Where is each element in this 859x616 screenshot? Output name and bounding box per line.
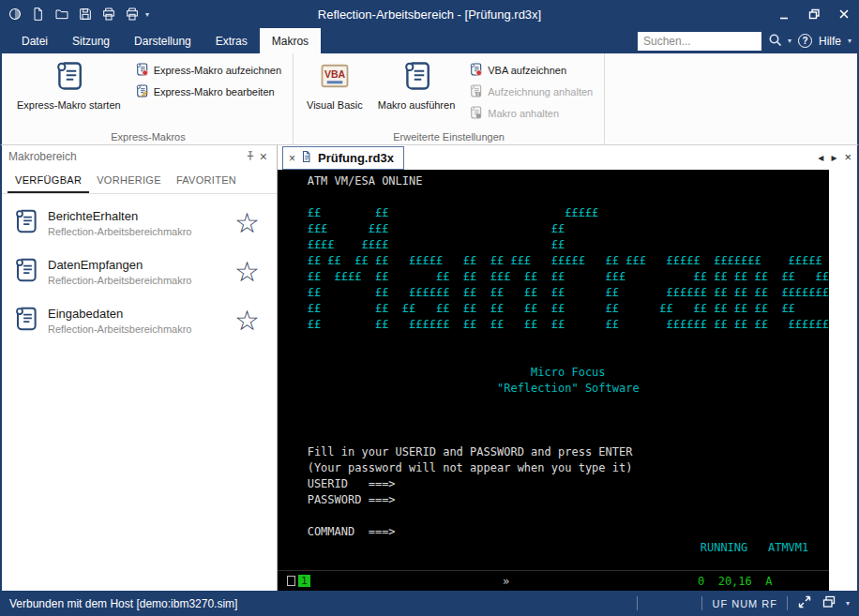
ribbon-tab-bar: Datei Sitzung Darstellung Extras Makros … bbox=[0, 28, 859, 53]
aufzeichnung-anhalten-button: Aufzeichnung anhalten bbox=[462, 81, 598, 102]
favorite-star-icon[interactable]: ☆ bbox=[234, 307, 267, 335]
minimize-button[interactable] bbox=[769, 0, 799, 28]
tab-sitzung[interactable]: Sitzung bbox=[60, 28, 122, 53]
favorite-star-icon[interactable]: ☆ bbox=[234, 209, 267, 237]
terminal-line bbox=[287, 189, 829, 205]
oia-session-block: 1 bbox=[298, 575, 310, 587]
terminal-oia: 1 » 0 20,16 A bbox=[278, 570, 829, 591]
reflection-workspace-window: ▾ Reflection-Arbeitsbereich - [Prüfung.r… bbox=[0, 0, 859, 616]
close-button[interactable] bbox=[829, 0, 859, 28]
record-vba-icon bbox=[468, 62, 483, 79]
macro-scroll-icon bbox=[11, 256, 39, 288]
oia-separator: » bbox=[503, 574, 509, 590]
quick-print-button[interactable] bbox=[125, 7, 140, 22]
svg-text:VBA: VBA bbox=[324, 68, 346, 80]
tab-extras[interactable]: Extras bbox=[203, 28, 260, 53]
macro-list-item[interactable]: BerichteErhalten Reflection-Arbeitsberei… bbox=[11, 207, 267, 239]
terminal-line: ££ ££ £££££ bbox=[287, 205, 829, 221]
vba-aufzeichnen-button[interactable]: VBA aufzeichnen bbox=[462, 59, 598, 81]
search-icon[interactable] bbox=[768, 33, 781, 50]
panel-close-icon[interactable]: × bbox=[257, 150, 270, 163]
help-dropdown-icon[interactable]: ▾ bbox=[848, 37, 851, 45]
statusbar-divider bbox=[701, 596, 702, 610]
terminal-line bbox=[287, 413, 829, 428]
vba-icon: VBA bbox=[318, 59, 352, 95]
session-tab[interactable]: × Prüfung.rd3x bbox=[282, 146, 404, 170]
statusbar-divider bbox=[637, 596, 638, 610]
macro-list-item[interactable]: Eingabedaten Reflection-Arbeitsbereichma… bbox=[11, 305, 267, 337]
tab-makros[interactable]: Makros bbox=[260, 28, 321, 53]
search-dropdown-icon[interactable]: ▾ bbox=[788, 37, 791, 45]
oia-cursor-position: 0 20,16 A bbox=[698, 574, 772, 590]
session-tabstrip: × Prüfung.rd3x ◂ ▸ × bbox=[278, 145, 857, 170]
ribbon-group-erweiterte-einstellungen: VBA Visual Basic Makro ausführen VBA auf… bbox=[294, 53, 605, 144]
terminal-line: COMMAND ===> bbox=[287, 524, 829, 540]
status-bar: Verbunden mit dem Host [demo:ibm3270.sim… bbox=[0, 591, 859, 616]
print-button[interactable] bbox=[101, 7, 116, 22]
terminal-right-gutter bbox=[829, 170, 857, 591]
terminal-line: RUNNING ATMVM1 bbox=[287, 540, 829, 556]
oia-system-indicator bbox=[287, 576, 295, 586]
tab-favoriten[interactable]: FAVORITEN bbox=[169, 168, 244, 193]
statusbar-divider bbox=[787, 596, 788, 610]
terminal-screen[interactable]: ATM VM/ESA ONLINE ££ ££ £££££ £££ £££ ££… bbox=[278, 170, 829, 591]
new-document-button[interactable] bbox=[31, 7, 46, 22]
terminal-line: "Reflection" Software bbox=[287, 381, 829, 397]
terminal-line bbox=[287, 428, 829, 444]
help-button[interactable]: Hilfe bbox=[819, 35, 841, 48]
visual-basic-button[interactable]: VBA Visual Basic bbox=[299, 55, 370, 123]
terminal-line bbox=[287, 508, 829, 524]
toolbar-dropdown-icon[interactable]: ▾ bbox=[145, 10, 149, 19]
fullscreen-icon[interactable] bbox=[797, 594, 812, 612]
makro-anhalten-button: Makro anhalten bbox=[462, 102, 598, 124]
tab-datei[interactable]: Datei bbox=[9, 28, 60, 53]
terminal-line: ATM VM/ESA ONLINE bbox=[287, 173, 829, 189]
run-macro-icon bbox=[399, 59, 433, 95]
document-icon bbox=[300, 150, 313, 166]
terminal-line: USERID ===> bbox=[287, 476, 829, 492]
save-button[interactable] bbox=[78, 7, 93, 22]
express-makro-aufzeichnen-button[interactable]: Express-Makro aufzeichnen bbox=[128, 59, 287, 81]
terminal-line: ££ ££ ££ ££ £££££ ££ ££ £££ £££££ ££ £££… bbox=[287, 253, 829, 269]
favorite-star-icon[interactable]: ☆ bbox=[234, 258, 267, 286]
ribbon: Express-Makro starten Express-Makro aufz… bbox=[0, 53, 859, 145]
close-session-icon[interactable]: × bbox=[844, 150, 851, 164]
keyboard-indicators: UF NUM RF bbox=[712, 598, 777, 609]
terminal-line: £££ £££ ££ bbox=[287, 221, 829, 237]
pin-icon[interactable] bbox=[244, 149, 257, 165]
titlebar: ▾ Reflection-Arbeitsbereich - [Prüfung.r… bbox=[0, 0, 859, 28]
tab-close-icon[interactable]: × bbox=[289, 152, 295, 165]
scroll-tabs-left-icon[interactable]: ◂ bbox=[818, 151, 823, 164]
group-label-express-makros: Express-Makros bbox=[4, 131, 293, 143]
scroll-tabs-right-icon[interactable]: ▸ bbox=[831, 151, 836, 164]
terminal-line bbox=[287, 349, 829, 365]
terminal-line: Micro Focus bbox=[287, 365, 829, 381]
terminal-line: ££ ££ ££ ££ ££ ££ ££ ££ ££ ££ ££ ££ ££ £… bbox=[287, 301, 829, 317]
terminal-line: PASSWORD ===> bbox=[287, 492, 829, 508]
layout-dropdown-icon[interactable]: ▾ bbox=[846, 599, 850, 608]
express-makro-bearbeiten-button[interactable]: Express-Makro bearbeiten bbox=[128, 81, 287, 102]
record-macro-icon bbox=[134, 62, 149, 79]
terminal-line bbox=[287, 397, 829, 413]
express-makro-starten-button[interactable]: Express-Makro starten bbox=[9, 55, 128, 123]
terminal-line bbox=[287, 333, 829, 349]
terminal-line: ££££ ££££ ££ bbox=[287, 237, 829, 253]
tab-verfuegbar[interactable]: VERFÜGBAR bbox=[8, 168, 89, 193]
terminal-line: ££ ££££ ££ ££ ££ £££ ££ ££ £££ ££ ££ ££ … bbox=[287, 269, 829, 285]
search-input[interactable] bbox=[638, 32, 761, 51]
maximize-button[interactable] bbox=[799, 0, 829, 28]
ribbon-group-express-makros: Express-Makro starten Express-Makro aufz… bbox=[4, 53, 294, 144]
terminal-line: ££ ££ ££££££ ££ ££ ££ ££ ££ ££££££ ££ ££… bbox=[287, 285, 829, 301]
macro-panel: Makrobereich × VERFÜGBAR VORHERIGE FAVOR… bbox=[2, 145, 278, 591]
tab-vorherige[interactable]: VORHERIGE bbox=[89, 168, 169, 193]
tab-darstellung[interactable]: Darstellung bbox=[122, 28, 203, 53]
session-area: × Prüfung.rd3x ◂ ▸ × ATM VM/ESA ONLINE £… bbox=[278, 145, 857, 591]
edit-macro-icon bbox=[134, 83, 149, 100]
macro-list-item[interactable]: DatenEmpfangen Reflection-Arbeitsbereich… bbox=[11, 256, 267, 288]
window-layout-icon[interactable] bbox=[821, 594, 836, 612]
makro-ausfuehren-button[interactable]: Makro ausführen bbox=[370, 55, 463, 123]
terminal-line: ££ ££ ££££££ ££ ££ ££ ££ ££ ££££££ ££ ££… bbox=[287, 317, 829, 333]
app-logo-icon bbox=[8, 7, 23, 22]
open-button[interactable] bbox=[54, 7, 69, 22]
help-icon[interactable]: ? bbox=[798, 34, 812, 48]
